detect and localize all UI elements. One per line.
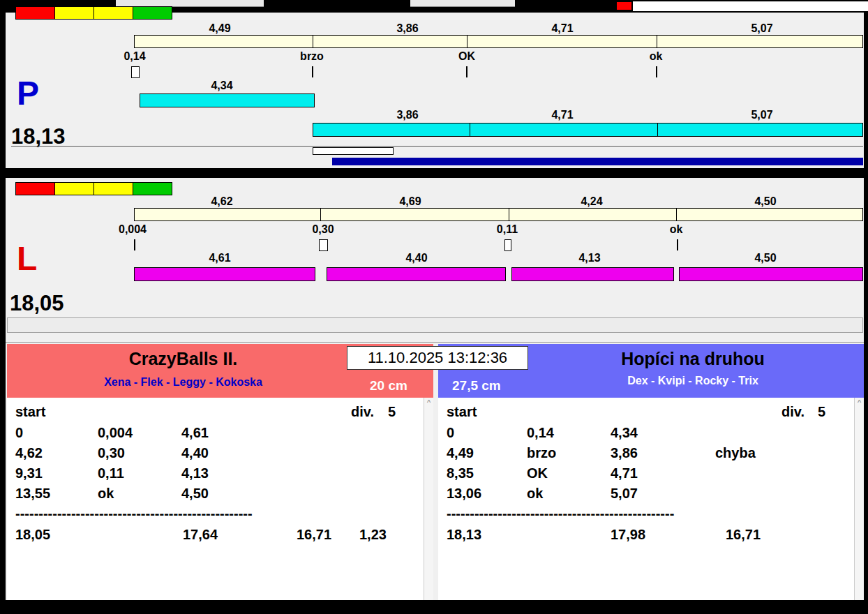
separator-dashes: ----------------------------------------… <box>447 507 674 521</box>
table-cell: ok <box>527 486 543 500</box>
timestamp: 11.10.2025 13:12:36 <box>347 346 528 370</box>
right-team-dogs: Dex - Kvipi - Rocky - Trix <box>522 375 864 387</box>
right-team-jump-height: 27,5 cm <box>452 379 501 392</box>
table-cell: 4,71 <box>611 466 638 480</box>
table-cell: 4,13 <box>181 466 209 480</box>
flyball-timing-screen: 4,49 3,86 4,71 5,07 0,14 brzo OK ok P 4,… <box>0 0 868 614</box>
table-cell: 13,06 <box>447 486 481 500</box>
diff-time: 1,23 <box>359 527 387 541</box>
division-label: div. <box>781 405 805 419</box>
total-time: 18,13 <box>447 527 481 541</box>
table-cell: 0,11 <box>98 466 124 480</box>
table-cell: 4,40 <box>181 446 209 460</box>
table-cell: 4,62 <box>15 446 43 460</box>
left-team-jump-height: 20 cm <box>370 379 407 392</box>
table-cell: brzo <box>527 446 556 460</box>
clean-time: 17,98 <box>611 527 645 541</box>
left-results-table: start div. 5 0 0,004 4,61 4,62 0,30 4,40… <box>7 398 433 600</box>
right-table-scrollbar[interactable]: ^ <box>854 398 864 600</box>
table-cell: 9,31 <box>15 466 43 480</box>
table-cell: chyba <box>715 446 756 460</box>
separator-dashes: ----------------------------------------… <box>15 507 253 521</box>
table-cell: 5,07 <box>611 486 638 500</box>
right-results-table: start div. 5 0 0,14 4,34 4,49 brzo 3,86 … <box>438 398 864 600</box>
scroll-up-icon[interactable]: ^ <box>424 399 433 407</box>
results-footer: CrazyBalls II. Xena - Flek - Leggy - Kok… <box>0 0 868 614</box>
right-team-name: Hopíci na druhou <box>522 350 864 368</box>
table-cell: 0,14 <box>527 426 554 440</box>
table-cell: 0,004 <box>98 426 133 440</box>
table-cell: 0 <box>447 426 454 440</box>
table-cell: OK <box>527 466 548 480</box>
table-cell: 0,30 <box>98 446 125 460</box>
best-time: 16,71 <box>726 527 761 541</box>
table-cell: 4,61 <box>181 426 209 440</box>
scroll-up-icon[interactable]: ^ <box>855 399 864 407</box>
table-cell: 0 <box>15 426 23 440</box>
table-cell: 8,35 <box>447 466 474 480</box>
start-label: start <box>447 405 477 419</box>
table-cell: ok <box>98 486 114 500</box>
table-cell: 4,34 <box>611 426 638 440</box>
start-label: start <box>15 405 45 419</box>
division-label: div. <box>351 405 374 419</box>
total-time: 18,05 <box>15 527 50 541</box>
left-table-scrollbar[interactable]: ^ <box>424 398 433 600</box>
table-cell: 4,49 <box>447 446 474 460</box>
left-team-dogs: Xena - Flek - Leggy - Kokoska <box>7 377 359 388</box>
division-value: 5 <box>388 405 396 419</box>
table-cell: 3,86 <box>611 446 638 460</box>
table-cell: 13,55 <box>15 486 50 500</box>
left-team-name: CrazyBalls II. <box>7 350 359 368</box>
division-value: 5 <box>818 405 825 419</box>
table-cell: 4,50 <box>181 486 209 500</box>
divider-line <box>6 342 864 343</box>
clean-time: 17,64 <box>183 527 218 541</box>
best-time: 16,71 <box>297 527 331 541</box>
